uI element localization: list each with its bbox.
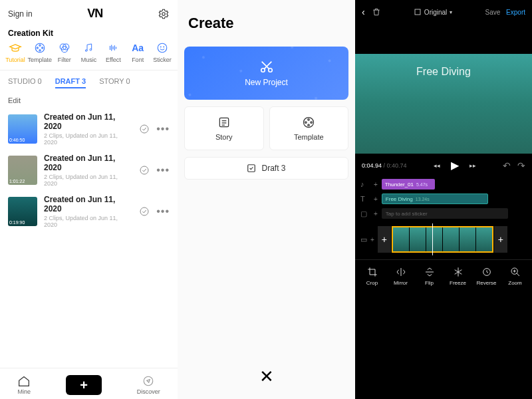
tool-freeze[interactable]: Freeze (445, 267, 471, 286)
export-button[interactable]: Export (506, 9, 525, 16)
home-icon (17, 375, 31, 387)
sticker-track[interactable]: ▢+ Tap to add sticker (355, 206, 532, 221)
svg-point-23 (311, 122, 313, 124)
video-icon: ▭ (360, 235, 371, 244)
more-icon[interactable]: ••• (156, 164, 170, 176)
draft-item[interactable]: 0:46:50 Created on Jun 11, 20202 Clips, … (0, 108, 178, 150)
sticker-placeholder[interactable]: Tap to add sticker (382, 208, 508, 219)
audio-clip[interactable]: Thunder_015.47s (382, 179, 435, 190)
nav-discover[interactable]: Discover (137, 375, 160, 395)
redo-icon[interactable]: ↷ (517, 160, 525, 171)
compass-icon (142, 375, 154, 387)
tab-studio[interactable]: STUDIO 0 (8, 77, 42, 88)
settings-icon[interactable] (158, 8, 170, 20)
preview-title-overlay: Free Diving (416, 66, 471, 78)
playback-controls: 0:04.94 / 0:40.74 ◂◂ ▶ ▸▸ ↶ ↷ (355, 154, 532, 177)
more-icon[interactable]: ••• (156, 123, 170, 135)
svg-point-14 (140, 125, 148, 133)
share-icon[interactable] (139, 165, 150, 176)
music-note-icon (82, 42, 95, 54)
kit-font[interactable]: AaFont (126, 42, 149, 63)
share-icon[interactable] (139, 124, 150, 134)
tab-draft[interactable]: DRAFT 3 (55, 77, 86, 88)
svg-point-4 (39, 50, 41, 51)
timeline-tracks: ♪+ Thunder_015.47s T+ Free Diving13.24s … (355, 177, 532, 223)
svg-point-15 (140, 166, 148, 174)
tool-reverse[interactable]: Reverse (473, 267, 500, 286)
prev-frame-icon[interactable]: ◂◂ (434, 162, 440, 169)
svg-point-0 (162, 12, 166, 15)
svg-rect-26 (248, 165, 255, 172)
waveform-icon (106, 42, 120, 54)
new-project-label: New Project (245, 78, 288, 87)
creation-kit-heading: Creation Kit (0, 25, 178, 42)
add-icon: + (374, 210, 378, 217)
add-clip-left[interactable]: + (378, 226, 391, 253)
snowflake-icon (453, 267, 464, 277)
template-card[interactable]: Template (269, 106, 349, 150)
svg-point-24 (308, 124, 310, 126)
zoom-icon (510, 267, 521, 277)
kit-effect[interactable]: Effect (102, 42, 124, 63)
draft-thumbnail: 1:01:22 (8, 156, 37, 185)
draft-item[interactable]: 0:19:90 Created on Jun 11, 20202 Clips, … (0, 191, 178, 232)
kit-music[interactable]: Music (77, 42, 100, 63)
audio-track[interactable]: ♪+ Thunder_015.47s (355, 177, 532, 192)
aspect-selector[interactable]: Original ▾ (414, 8, 452, 16)
tab-story[interactable]: STORY 0 (99, 77, 130, 88)
create-heading: Create (184, 0, 348, 47)
sign-in-link[interactable]: Sign in (8, 9, 33, 19)
font-icon: Aa (131, 42, 144, 54)
draft-item[interactable]: 1:01:22 Created on Jun 11, 20202 Clips, … (0, 150, 178, 191)
save-button[interactable]: Save (485, 9, 501, 16)
close-button[interactable]: ✕ (259, 366, 274, 387)
add-icon: + (374, 196, 378, 203)
title-clip[interactable]: Free Diving13.24s (382, 194, 488, 204)
video-timeline[interactable]: ▭+ + + (355, 223, 532, 255)
play-icon[interactable]: ▶ (451, 159, 459, 172)
total-time: / 0:40.74 (382, 162, 407, 169)
draft-list: 0:46:50 Created on Jun 11, 20202 Clips, … (0, 108, 178, 368)
next-frame-icon[interactable]: ▸▸ (469, 162, 476, 169)
tool-flip[interactable]: Flip (416, 267, 443, 286)
tool-crop[interactable]: Crop (359, 267, 386, 286)
draft-thumbnail: 0:19:90 (8, 197, 37, 226)
story-icon (217, 116, 231, 129)
more-icon[interactable]: ••• (156, 205, 170, 217)
kit-template[interactable]: Template (29, 42, 51, 63)
bottom-nav: Mine + Discover (0, 368, 178, 399)
draft-subtitle: 2 Clips, Updated on Jun 11, 2020 (44, 215, 132, 228)
close-icon: ✕ (259, 366, 274, 386)
kit-sticker[interactable]: Sticker (151, 42, 174, 63)
kit-tutorial[interactable]: Tutorial (4, 42, 27, 63)
music-icon: ♪ (360, 180, 371, 188)
svg-point-16 (140, 207, 148, 215)
scissors-icon (259, 59, 274, 74)
editor-panel: ‹ Original ▾ Save Export Free Diving 0:0… (355, 0, 532, 399)
clip-frames[interactable] (392, 226, 493, 253)
new-project-card[interactable]: New Project (184, 47, 348, 100)
text-icon: T (360, 195, 371, 203)
draft-count-card[interactable]: Draft 3 (184, 157, 348, 180)
tool-zoom[interactable]: Zoom (502, 267, 529, 286)
undo-icon[interactable]: ↶ (503, 160, 511, 171)
trash-icon[interactable] (372, 7, 381, 17)
share-icon[interactable] (139, 206, 150, 217)
title-track[interactable]: T+ Free Diving13.24s (355, 192, 532, 206)
nav-mine[interactable]: Mine (17, 375, 31, 395)
video-preview[interactable]: Free Diving (355, 54, 532, 154)
add-clip-right[interactable]: + (494, 226, 507, 253)
project-tabs: STUDIO 0 DRAFT 3 STORY 0 (0, 70, 178, 92)
new-project-button[interactable]: + (66, 375, 102, 395)
creation-kit-row: Tutorial Template Filter Music Effect Aa… (0, 42, 178, 70)
draft-thumbnail: 0:46:50 (8, 114, 37, 144)
kit-filter[interactable]: Filter (53, 42, 76, 63)
story-card[interactable]: Story (184, 106, 264, 150)
svg-rect-27 (415, 9, 420, 15)
crop-icon (367, 267, 378, 277)
playhead[interactable] (432, 223, 433, 255)
svg-point-3 (41, 47, 43, 49)
tool-mirror[interactable]: Mirror (388, 267, 414, 286)
reel-icon (33, 42, 47, 54)
back-icon[interactable]: ‹ (362, 7, 365, 17)
